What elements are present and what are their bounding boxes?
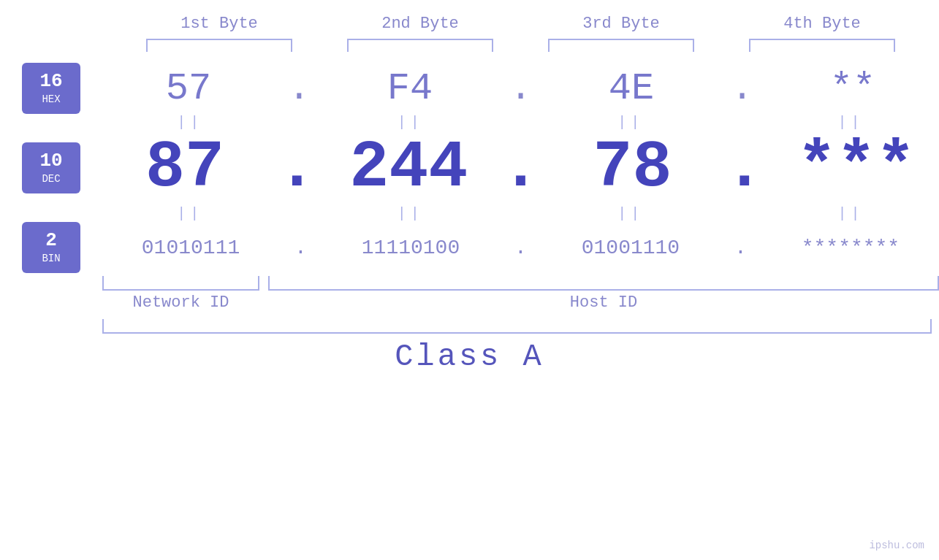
dec-badge: 10 DEC xyxy=(22,142,80,193)
hex-row: 16 HEX 57 . F4 . 4E . ** xyxy=(0,63,939,114)
bin-values: 01010111 . 11110100 . 01001110 . *******… xyxy=(102,237,939,259)
eq2-c1: || xyxy=(117,205,263,222)
bottom-brackets-section xyxy=(0,276,939,291)
byte-header-3: 3rd Byte xyxy=(548,15,694,33)
bottom-brackets xyxy=(102,276,939,291)
id-label-spacer xyxy=(0,291,102,312)
eq1-c3: || xyxy=(558,114,704,131)
top-bracket-4 xyxy=(749,39,895,52)
dec-dot-1: . xyxy=(277,131,316,205)
eq2-c3: || xyxy=(558,205,704,222)
top-bracket-1 xyxy=(146,39,292,52)
dec-badge-wrapper: 10 DEC xyxy=(0,142,102,193)
bin-val-3: 01001110 xyxy=(558,237,704,259)
dec-row: 10 DEC 87 . 244 . 78 . *** xyxy=(0,131,939,205)
eq1-c4: || xyxy=(778,114,924,131)
dec-dot-2: . xyxy=(501,131,540,205)
eq1-c1: || xyxy=(117,114,263,131)
network-id-label: Network ID xyxy=(102,294,259,312)
dec-val-3: 78 xyxy=(560,131,706,205)
bottom-spacer xyxy=(0,276,102,291)
hex-base-label: HEX xyxy=(42,93,60,105)
eq1-c2: || xyxy=(338,114,484,131)
eq1-cells: || || || || xyxy=(102,114,939,131)
eq2-c2: || xyxy=(338,205,484,222)
top-bracket-2 xyxy=(347,39,493,52)
bin-base-label: BIN xyxy=(42,253,60,264)
class-label: Class A xyxy=(0,340,939,375)
hex-val-4: ** xyxy=(780,67,926,110)
watermark: ipshu.com xyxy=(869,540,924,551)
full-bracket-spacer xyxy=(0,319,102,334)
full-bracket-wrapper xyxy=(0,319,939,334)
equals-row-1: || || || || xyxy=(0,114,939,131)
full-bottom-bracket xyxy=(102,319,932,334)
hex-base-num: 16 xyxy=(39,72,62,91)
bin-val-4: ******** xyxy=(778,237,924,259)
dec-values: 87 . 244 . 78 . *** xyxy=(102,131,939,205)
bin-dot-3: . xyxy=(734,237,747,259)
hex-dot-3: . xyxy=(731,67,753,110)
dec-val-4: *** xyxy=(783,131,930,205)
byte-header-4: 4th Byte xyxy=(749,15,895,33)
hex-val-1: 57 xyxy=(115,67,262,110)
byte-header-1: 1st Byte xyxy=(146,15,292,33)
byte-header-2: 2nd Byte xyxy=(347,15,493,33)
id-label-content: Network ID Host ID xyxy=(102,291,939,312)
dec-base-num: 10 xyxy=(39,151,62,170)
main-container: 1st Byte 2nd Byte 3rd Byte 4th Byte 16 H… xyxy=(0,0,939,560)
bin-row: 2 BIN 01010111 . 11110100 . 01001110 . *… xyxy=(0,222,939,273)
eq2-cells: || || || || xyxy=(102,205,939,222)
bin-val-1: 01010111 xyxy=(118,237,264,259)
bin-dot-1: . xyxy=(294,237,307,259)
dec-base-label: DEC xyxy=(42,173,60,185)
hex-val-2: F4 xyxy=(337,67,483,110)
hex-values: 57 . F4 . 4E . ** xyxy=(102,67,939,110)
top-bracket-3 xyxy=(548,39,694,52)
id-labels: Network ID Host ID xyxy=(0,291,939,312)
hex-dot-1: . xyxy=(288,67,311,110)
bin-base-num: 2 xyxy=(45,231,57,250)
hex-dot-2: . xyxy=(509,67,532,110)
host-id-label: Host ID xyxy=(268,294,939,312)
dec-val-1: 87 xyxy=(112,131,258,205)
bin-badge: 2 BIN xyxy=(22,222,80,273)
bin-dot-2: . xyxy=(514,237,527,259)
hex-badge: 16 HEX xyxy=(22,63,80,114)
dec-dot-3: . xyxy=(725,131,764,205)
hex-val-3: 4E xyxy=(558,67,704,110)
equals-row-2: || || || || xyxy=(0,205,939,222)
bin-badge-wrapper: 2 BIN xyxy=(0,222,102,273)
eq2-c4: || xyxy=(778,205,924,222)
host-id-bracket xyxy=(268,276,939,291)
hex-badge-wrapper: 16 HEX xyxy=(0,63,102,114)
dec-val-2: 244 xyxy=(335,131,482,205)
network-id-bracket xyxy=(102,276,259,291)
bin-val-2: 11110100 xyxy=(338,237,484,259)
